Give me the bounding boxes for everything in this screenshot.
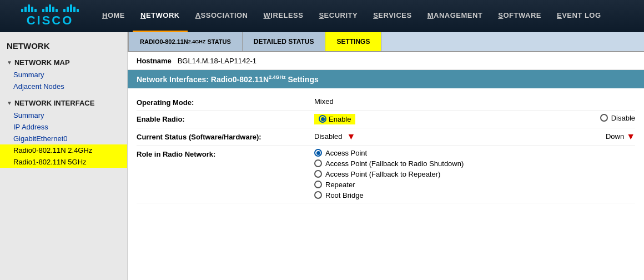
enable-radio-label: Enable Radio: (137, 114, 314, 123)
nav-home[interactable]: HOME (94, 0, 133, 32)
cisco-logo-dots (21, 4, 79, 12)
role-access-point-label: Access Point (325, 149, 367, 157)
enable-radio-text: Enable (329, 115, 351, 123)
nav-software[interactable]: SOFTWARE (490, 0, 549, 32)
hostname-value: BGL14.M.18-LAP1142-1 (178, 57, 256, 65)
role-label: Role in Radio Network: (137, 149, 314, 158)
sidebar-item-ip-address[interactable]: IP Address (0, 121, 127, 133)
main-layout: NETWORK ▼ NETWORK MAP Summary Adjacent N… (0, 32, 644, 280)
tab-settings[interactable]: SETTINGS (325, 32, 381, 51)
hostname-bar: Hostname BGL14.M.18-LAP1142-1 (128, 52, 644, 70)
nav-management[interactable]: MANAGEMENT (420, 0, 491, 32)
sidebar-item-radio1-5ghz[interactable]: Radio1-802.11N 5GHz (0, 156, 127, 168)
main-nav: HOME NETWORK ASSOCIATION WIRELESS SECURI… (94, 0, 638, 32)
role-option-access-point-fallback-shutdown[interactable]: Access Point (Fallback to Radio Shutdown… (314, 159, 464, 168)
status-down-arrow-icon: ▼ (347, 132, 356, 142)
cisco-logo: CISCO (6, 4, 94, 28)
sidebar-item-network-map-summary[interactable]: Summary (0, 69, 127, 81)
form-row-enable-radio: Enable Radio: Enable Disable (137, 111, 635, 128)
sidebar-item-gigabitethernet0[interactable]: GigabitEthernet0 (0, 133, 127, 144)
enable-radio-value: Enable (314, 114, 600, 124)
role-option-access-point[interactable]: Access Point (314, 149, 464, 157)
role-access-point-radio[interactable] (314, 149, 322, 157)
sidebar-section-network-interface-label: NETWORK INTERFACE (14, 99, 94, 107)
sidebar-item-network-interface-summary[interactable]: Summary (0, 109, 127, 121)
operating-mode-label: Operating Mode: (137, 97, 314, 107)
role-option-access-point-fallback-repeater[interactable]: Access Point (Fallback to Repeater) (314, 170, 464, 178)
cisco-wordmark: CISCO (27, 13, 74, 28)
sidebar-section-network-interface: ▼ NETWORK INTERFACE (0, 96, 127, 109)
disable-radio-text: Disable (611, 114, 635, 122)
sidebar-network-title: NETWORK (0, 37, 127, 55)
form-row-role: Role in Radio Network: Access Point Acce… (137, 146, 635, 203)
nav-wireless[interactable]: WIRELESS (256, 0, 311, 32)
role-radio-group: Access Point Access Point (Fallback to R… (314, 149, 464, 199)
nav-association[interactable]: ASSOCIATION (188, 0, 256, 32)
enable-radio-button[interactable] (319, 115, 326, 123)
operating-mode-text: Mixed (314, 97, 334, 106)
role-fallback-repeater-radio[interactable] (314, 170, 322, 178)
disable-radio-button[interactable] (600, 114, 608, 122)
role-option-root-bridge[interactable]: Root Bridge (314, 191, 464, 199)
nav-eventlog[interactable]: EVENT LOG (549, 0, 609, 32)
sidebar-section-network-map-label: NETWORK MAP (14, 58, 70, 67)
tab-radio0-status[interactable]: RADIO0-802.11N2.4GHZ STATUS (128, 32, 243, 51)
nav-services[interactable]: SERVICES (365, 0, 420, 32)
enable-radio-selected[interactable]: Enable (314, 114, 355, 124)
settings-section: Network Interfaces: Radio0-802.11N2.4GHz… (128, 70, 644, 280)
sidebar-item-radio0-2.4ghz[interactable]: Radio0-802.11N 2.4GHz (0, 144, 127, 156)
current-status-label: Current Status (Software/Hardware): (137, 132, 314, 141)
form-row-operating-mode: Operating Mode: Mixed (137, 94, 635, 111)
sidebar: NETWORK ▼ NETWORK MAP Summary Adjacent N… (0, 32, 128, 280)
role-option-repeater[interactable]: Repeater (314, 181, 464, 189)
top-navigation-bar: CISCO HOME NETWORK ASSOCIATION WIRELESS … (0, 0, 644, 32)
section-header-title: Network Interfaces: Radio0-802.11N2.4GHz… (128, 70, 644, 88)
tabs-row: RADIO0-802.11N2.4GHZ STATUS DETAILED STA… (128, 32, 644, 52)
sidebar-section-network-map: ▼ NETWORK MAP (0, 55, 127, 69)
current-status-text: Disabled (314, 132, 343, 141)
role-root-bridge-radio[interactable] (314, 191, 322, 199)
current-status-value: Disabled ▼ (314, 132, 606, 142)
nav-security[interactable]: SECURITY (311, 0, 365, 32)
form-area: Operating Mode: Mixed Enable Radio: Enab… (128, 94, 644, 203)
hostname-prefix-label: Hostname (137, 57, 172, 65)
role-value: Access Point Access Point (Fallback to R… (314, 149, 635, 199)
down-arrow-right-icon: ▼ (626, 132, 635, 142)
role-repeater-label: Repeater (325, 181, 355, 189)
form-row-current-status: Current Status (Software/Hardware): Disa… (137, 128, 635, 146)
role-fallback-shutdown-label: Access Point (Fallback to Radio Shutdown… (325, 159, 464, 168)
operating-mode-value: Mixed (314, 97, 635, 106)
collapse-triangle-icon: ▼ (7, 59, 12, 66)
role-root-bridge-label: Root Bridge (325, 191, 364, 199)
sidebar-item-adjacent-nodes[interactable]: Adjacent Nodes (0, 81, 127, 92)
role-fallback-repeater-label: Access Point (Fallback to Repeater) (325, 170, 440, 178)
disable-radio-option[interactable]: Disable (600, 114, 635, 122)
current-status-right-text: Down (606, 132, 624, 141)
nav-network[interactable]: NETWORK (133, 0, 188, 32)
content-area: RADIO0-802.11N2.4GHZ STATUS DETAILED STA… (128, 32, 644, 280)
current-status-right: Down ▼ (606, 132, 635, 142)
role-repeater-radio[interactable] (314, 181, 322, 188)
role-fallback-shutdown-radio[interactable] (314, 159, 322, 167)
tab-detailed-status[interactable]: DETAILED STATUS (243, 32, 326, 51)
collapse-triangle-icon-2: ▼ (7, 100, 12, 106)
